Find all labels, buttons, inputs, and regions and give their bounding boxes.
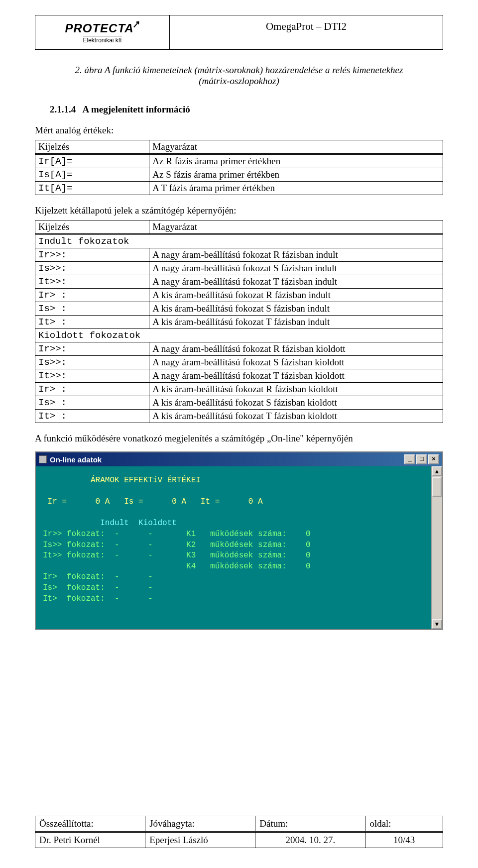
desc-cell: Az S fázis árama primer értékben xyxy=(149,168,443,182)
logo-arrow-icon: ↗ xyxy=(131,18,141,30)
close-button[interactable]: × xyxy=(428,454,439,464)
table-header: Magyarázat xyxy=(149,220,443,234)
code-cell: Is> : xyxy=(35,396,149,410)
code-cell: Is> : xyxy=(35,302,149,316)
code-cell: It[A]= xyxy=(35,182,149,195)
window-buttons: _ □ × xyxy=(404,454,439,464)
desc-cell: A nagy áram-beállítású fokozat T fázisba… xyxy=(149,369,443,383)
maximize-button[interactable]: □ xyxy=(416,454,427,464)
footer-label: Összeállította: xyxy=(35,816,145,832)
logo-main: PROTECTA ↗ xyxy=(65,21,139,35)
subheader: Kioldott fokozatok xyxy=(35,329,443,342)
minimize-button[interactable]: _ xyxy=(404,454,415,464)
code-cell: Ir> : xyxy=(35,289,149,302)
code-cell: Is[A]= xyxy=(35,168,149,182)
code-cell: Is>>: xyxy=(35,262,149,275)
terminal-line: It> fokozat: - - xyxy=(43,594,153,603)
terminal-line: ÁRAMOK EFFEKTíV ÉRTÉKEI xyxy=(43,476,201,485)
desc-cell: A nagy áram-beállítású fokozat S fázisba… xyxy=(149,356,443,369)
table-header: Kijelzés xyxy=(35,140,149,154)
document-title: OmegaProt – DTI2 xyxy=(170,15,443,49)
online-note: A funkció működésére vonatkozó megjelení… xyxy=(35,433,443,444)
analog-intro: Mért analóg értékek: xyxy=(35,125,443,136)
code-cell: Ir>>: xyxy=(35,342,149,356)
binary-intro: Kijelzett kétállapotú jelek a számítógép… xyxy=(35,205,443,216)
code-cell: It> : xyxy=(35,410,149,423)
analog-table: Kijelzés Magyarázat Ir[A]= Az R fázis ár… xyxy=(35,140,443,195)
terminal-titlebar[interactable]: On-line adatok _ □ × xyxy=(36,452,442,466)
desc-cell: A T fázis árama primer értékben xyxy=(149,182,443,195)
footer-value: Dr. Petri Kornél xyxy=(35,832,145,848)
logo-box: PROTECTA ↗ Elektronikai kft xyxy=(35,15,170,49)
footer-label: Dátum: xyxy=(255,816,365,832)
terminal-line: Ir = 0 A Is = 0 A It = 0 A xyxy=(43,497,263,506)
footer-label: Jóváhagyta: xyxy=(145,816,255,832)
code-cell: It>>: xyxy=(35,275,149,289)
terminal-window: On-line adatok _ □ × ÁRAMOK EFFEKTíV ÉRT… xyxy=(35,451,443,630)
scroll-thumb[interactable] xyxy=(432,477,442,497)
scrollbar[interactable]: ▲ ▼ xyxy=(431,466,442,629)
desc-cell: A kis áram-beállítású fokozat T fázisban… xyxy=(149,316,443,329)
logo-main-text: PROTECTA xyxy=(65,21,133,35)
desc-cell: A kis áram-beállítású fokozat R fázisban… xyxy=(149,383,443,396)
code-cell: Ir> : xyxy=(35,383,149,396)
section-number: 2.1.1.4 xyxy=(50,104,76,114)
binary-table: Kijelzés Magyarázat Indult fokozatok Ir>… xyxy=(35,220,443,423)
footer-value: 10/43 xyxy=(365,832,443,848)
section-title: A megjelenített információ xyxy=(82,104,190,114)
code-cell: Is>>: xyxy=(35,356,149,369)
code-cell: Ir>>: xyxy=(35,248,149,262)
logo-subtitle: Elektronikai kft xyxy=(83,36,121,44)
code-cell: It> : xyxy=(35,316,149,329)
code-cell: It>>: xyxy=(35,369,149,383)
terminal-body: ÁRAMOK EFFEKTíV ÉRTÉKEI Ir = 0 A Is = 0 … xyxy=(36,466,431,629)
document-header: PROTECTA ↗ Elektronikai kft OmegaProt – … xyxy=(35,15,443,50)
desc-cell: A kis áram-beállítású fokozat S fázisban… xyxy=(149,302,443,316)
terminal-line: Indult Kioldott xyxy=(43,519,177,528)
code-cell: Ir[A]= xyxy=(35,154,149,168)
desc-cell: Az R fázis árama primer értékben xyxy=(149,154,443,168)
desc-cell: A nagy áram-beállítású fokozat T fázisba… xyxy=(149,275,443,289)
terminal-line: K4 működések száma: 0 xyxy=(43,562,311,571)
footer-label: oldal: xyxy=(365,816,443,832)
desc-cell: A kis áram-beállítású fokozat T fázisban… xyxy=(149,410,443,423)
desc-cell: A nagy áram-beállítású fokozat S fázisba… xyxy=(149,262,443,275)
terminal-title: On-line adatok xyxy=(50,455,102,464)
desc-cell: A kis áram-beállítású fokozat S fázisban… xyxy=(149,396,443,410)
desc-cell: A nagy áram-beállítású fokozat R fázisba… xyxy=(149,342,443,356)
terminal-line: Ir> fokozat: - - xyxy=(43,572,153,581)
table-header: Magyarázat xyxy=(149,140,443,154)
terminal-line: Ir>> fokozat: - - K1 működések száma: 0 xyxy=(43,530,311,539)
subheader: Indult fokozatok xyxy=(35,234,443,248)
scroll-up-icon[interactable]: ▲ xyxy=(432,466,442,476)
desc-cell: A nagy áram-beállítású fokozat R fázisba… xyxy=(149,248,443,262)
figure-caption: 2. ábra A funkció kimeneteinek (mátrix-s… xyxy=(35,65,443,87)
document-footer: Összeállította: Jóváhagyta: Dátum: oldal… xyxy=(35,816,443,848)
terminal-line: It>> fokozat: - - K3 működések száma: 0 xyxy=(43,551,311,560)
section-heading: 2.1.1.4 A megjelenített információ xyxy=(50,104,443,115)
app-icon xyxy=(39,455,47,463)
footer-value: Eperjesi László xyxy=(145,832,255,848)
footer-value: 2004. 10. 27. xyxy=(255,832,365,848)
scroll-down-icon[interactable]: ▼ xyxy=(432,619,442,629)
desc-cell: A kis áram-beállítású fokozat R fázisban… xyxy=(149,289,443,302)
table-header: Kijelzés xyxy=(35,220,149,234)
terminal-line: Is> fokozat: - - xyxy=(43,583,153,592)
terminal-line: Is>> fokozat: - - K2 működések száma: 0 xyxy=(43,541,311,549)
